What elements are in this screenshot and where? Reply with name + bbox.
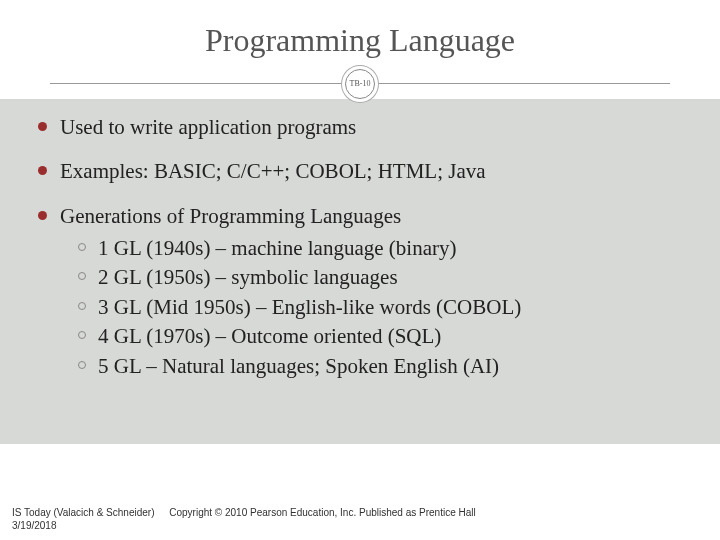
slide: Programming Language TB-10 Used to write…	[0, 0, 720, 540]
sub-bullet-item: 5 GL – Natural languages; Spoken English…	[78, 352, 682, 381]
footer-source: IS Today (Valacich & Schneider)	[12, 506, 154, 519]
slide-number-badge: TB-10	[345, 69, 375, 99]
sub-bullet-item: 3 GL (Mid 1950s) – English-like words (C…	[78, 293, 682, 322]
bullet-item: Examples: BASIC; C/C++; COBOL; HTML; Jav…	[38, 157, 682, 185]
sub-bullet-list: 1 GL (1940s) – machine language (binary)…	[78, 234, 682, 381]
footer: IS Today (Valacich & Schneider) Copyrigh…	[12, 506, 476, 532]
sub-bullet-item: 4 GL (1970s) – Outcome oriented (SQL)	[78, 322, 682, 351]
bullet-text: Examples: BASIC; C/C++; COBOL; HTML; Jav…	[60, 159, 486, 183]
content-area: Used to write application programs Examp…	[0, 99, 720, 444]
title-area: Programming Language	[0, 0, 720, 59]
sub-bullet-item: 2 GL (1950s) – symbolic languages	[78, 263, 682, 292]
bullet-text: Used to write application programs	[60, 115, 356, 139]
bullet-text: Generations of Programming Languages	[60, 204, 401, 228]
footer-date: 3/19/2018	[12, 520, 57, 531]
footer-copyright: Copyright © 2010 Pearson Education, Inc.…	[169, 507, 475, 518]
slide-title: Programming Language	[0, 22, 720, 59]
sub-bullet-item: 1 GL (1940s) – machine language (binary)	[78, 234, 682, 263]
badge-area: TB-10	[0, 69, 720, 99]
bullet-item: Used to write application programs	[38, 113, 682, 141]
bullet-item: Generations of Programming Languages 1 G…	[38, 202, 682, 381]
bullet-list: Used to write application programs Examp…	[38, 113, 682, 381]
